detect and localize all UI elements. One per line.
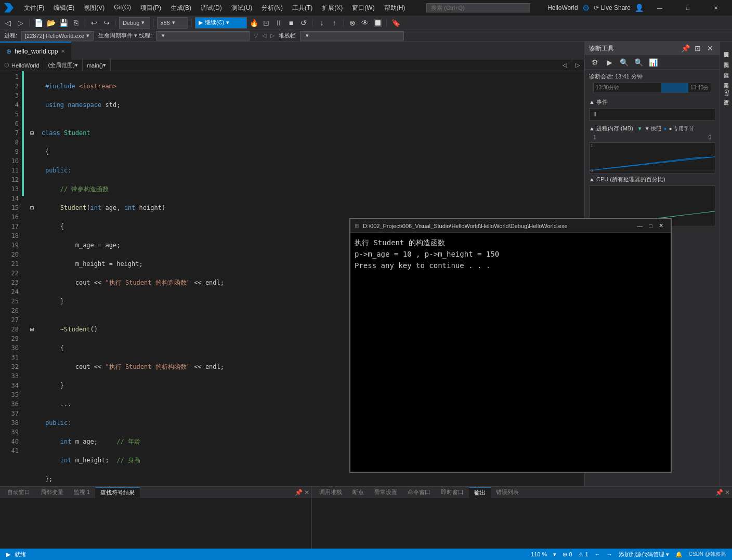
bottom-left-pin-icon[interactable]: 📌 <box>295 489 303 496</box>
stop-button[interactable]: ■ <box>285 17 297 29</box>
menu-analyze[interactable]: 分析(N) <box>257 3 287 14</box>
menu-tools[interactable]: 工具(T) <box>288 3 317 14</box>
breadcrumb-namespace[interactable]: ⬡ HelloWorld <box>0 60 44 71</box>
search-input[interactable] <box>426 3 530 12</box>
source-control[interactable]: 添加到源代码管理 ▾ <box>619 551 669 558</box>
menu-build[interactable]: 生成(B) <box>166 3 195 14</box>
console-maximize-button[interactable]: □ <box>646 223 656 229</box>
memory-button[interactable]: 🔲 <box>372 17 383 29</box>
error-count[interactable]: ⊗ 0 <box>563 551 572 558</box>
zoom-level[interactable]: 110 % <box>531 551 547 557</box>
new-file-button[interactable]: 📄 <box>33 17 44 29</box>
menu-file[interactable]: 文件(F) <box>20 3 48 14</box>
tab-find-symbol[interactable]: 查找符号结果 <box>95 487 140 498</box>
diag-play-icon[interactable]: ▶ <box>604 58 615 66</box>
menu-view[interactable]: 视图(V) <box>80 3 109 14</box>
menu-window[interactable]: 窗口(W) <box>348 3 378 14</box>
tab-breakpoints[interactable]: 断点 <box>347 487 369 498</box>
diag-expand-icon[interactable]: ⊡ <box>692 44 703 52</box>
nav-prev-icon[interactable]: ◁ <box>262 32 266 39</box>
hot-reload-button[interactable]: 🔥 <box>248 17 259 29</box>
status-text: 就绪 <box>15 551 26 558</box>
console-close-button[interactable]: ✕ <box>656 222 666 229</box>
nav-prev-status[interactable]: ← <box>595 551 600 557</box>
restart-button[interactable]: ↺ <box>298 17 309 29</box>
step-over-button[interactable]: ⏸ <box>273 17 284 29</box>
diag-settings-icon[interactable]: ⚙ <box>589 58 600 66</box>
save-all-button[interactable]: ⎘ <box>70 17 82 29</box>
sidebar-tab-git[interactable]: Git更改 <box>722 85 731 100</box>
diag-search2-icon[interactable]: 🔍 <box>633 58 644 66</box>
diag-close-icon[interactable]: ✕ <box>705 44 715 52</box>
undo-button[interactable]: ↩ <box>88 17 100 29</box>
tab-watch1[interactable]: 监视 1 <box>69 487 95 498</box>
menu-git[interactable]: Git(G) <box>110 3 135 14</box>
diag-search-icon[interactable]: 🔍 <box>618 58 630 66</box>
close-button[interactable]: ✕ <box>704 0 728 16</box>
watch-button[interactable]: 👁 <box>359 17 371 29</box>
menu-project[interactable]: 项目(P) <box>136 3 165 14</box>
show-next-statement-button[interactable]: ⊡ <box>260 17 272 29</box>
private-legend-label: ● 专用字节 <box>669 125 694 132</box>
editor-tab-hello-world[interactable]: ⊕ hello_world.cpp ✕ <box>0 42 71 60</box>
callstack-dropdown[interactable]: ▾ <box>300 31 404 41</box>
menu-debug[interactable]: 调试(D) <box>197 3 226 14</box>
save-button[interactable]: 💾 <box>58 17 69 29</box>
breadcrumb-nav-prev[interactable]: ◁ <box>558 60 571 71</box>
breadcrumb-range[interactable]: (全局范围) ▾ <box>44 60 83 71</box>
forward-button[interactable]: ▷ <box>15 17 26 29</box>
step-out-button[interactable]: ↑ <box>329 17 340 29</box>
console-icon: ⊞ <box>355 223 359 229</box>
diag-chart-icon[interactable]: 📊 <box>647 58 659 66</box>
memory-chart-svg: 1 0 <box>590 143 715 173</box>
thread-dropdown[interactable]: ▾ <box>156 31 250 41</box>
debug-config-dropdown[interactable]: Debug ▾ <box>119 17 150 29</box>
tab-error-list[interactable]: 错误列表 <box>491 487 524 498</box>
console-minimize-button[interactable]: — <box>634 223 646 229</box>
tab-auto-window[interactable]: 自动窗口 <box>2 487 35 498</box>
menu-edit[interactable]: 编辑(E) <box>49 3 79 14</box>
sidebar-tab-explorer[interactable]: 资源管理器 <box>722 44 731 52</box>
bottom-right-close-icon[interactable]: ✕ <box>725 489 730 496</box>
events-pause-icon[interactable]: ⏸ <box>592 111 598 118</box>
nav-next-icon[interactable]: ▷ <box>270 32 274 39</box>
tab-output[interactable]: 输出 <box>469 487 491 498</box>
breadcrumb-function[interactable]: main() ▾ <box>83 60 111 71</box>
minimize-button[interactable]: — <box>648 0 672 16</box>
profile-icon[interactable]: 👤 <box>635 4 644 12</box>
statusbar-left: ▶ 就绪 <box>6 551 26 558</box>
tab-call-stack[interactable]: 调用堆栈 <box>314 487 347 498</box>
tab-locals[interactable]: 局部变量 <box>35 487 69 498</box>
redo-button[interactable]: ↪ <box>101 17 112 29</box>
menu-help[interactable]: 帮助(H) <box>380 3 410 14</box>
bookmark-button[interactable]: 🔖 <box>390 17 401 29</box>
tab-command-window[interactable]: 命令窗口 <box>402 487 436 498</box>
breakpoint-button[interactable]: ⊗ <box>347 17 358 29</box>
tab-immediate-window[interactable]: 即时窗口 <box>436 487 469 498</box>
debug-config-label: Debug <box>123 20 139 26</box>
sidebar-tab-toolbox[interactable]: 工具箱 <box>722 75 731 83</box>
breadcrumb-nav-next[interactable]: ▷ <box>571 60 584 71</box>
nav-next-status[interactable]: → <box>607 551 612 557</box>
maximize-button[interactable]: □ <box>676 0 700 16</box>
menu-extensions[interactable]: 扩展(X) <box>318 3 347 14</box>
tab-close-icon[interactable]: ✕ <box>61 48 65 54</box>
notification-icon[interactable]: 🔔 <box>675 551 683 558</box>
platform-dropdown[interactable]: x86 ▾ <box>157 17 188 29</box>
tab-exception-settings[interactable]: 异常设置 <box>369 487 402 498</box>
warning-count[interactable]: ⚠ 1 <box>578 551 588 558</box>
sidebar-tab-class[interactable]: 类视图 <box>722 54 731 62</box>
menu-test[interactable]: 测试(U) <box>227 3 257 14</box>
continue-button[interactable]: ▶ 继续(C) ▾ <box>195 17 247 29</box>
diag-pin-icon[interactable]: 📌 <box>680 44 690 52</box>
open-button[interactable]: 📂 <box>45 17 57 29</box>
console-line-1: 执行 Student 的构造函数 <box>355 237 666 248</box>
process-dropdown[interactable]: [22872] HelloWorld.exe ▾ <box>21 31 94 41</box>
step-into-button[interactable]: ↓ <box>316 17 328 29</box>
bottom-left-close-icon[interactable]: ✕ <box>304 489 309 496</box>
sidebar-tab-properties[interactable]: 属性 <box>722 64 731 73</box>
back-button[interactable]: ◁ <box>2 17 14 29</box>
drop-arrow[interactable]: ▾ <box>553 551 556 558</box>
liveshare-button[interactable]: ⟳ Live Share <box>594 4 631 11</box>
bottom-right-pin-icon[interactable]: 📌 <box>715 489 723 496</box>
